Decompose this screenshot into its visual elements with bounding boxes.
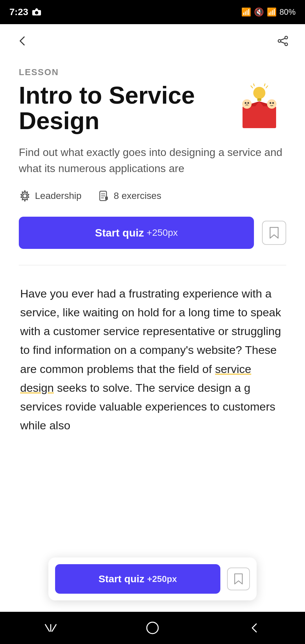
volume-icon: 🔇 xyxy=(254,7,264,17)
nav-back-icon xyxy=(249,621,260,635)
exercises-icon xyxy=(98,190,110,202)
category-item: Leadership xyxy=(19,190,82,202)
lesson-description: Find out what exactly goes into designin… xyxy=(19,144,286,176)
nav-back-button[interactable] xyxy=(241,614,268,641)
svg-marker-2 xyxy=(35,8,38,10)
lesson-illustration xyxy=(232,79,286,133)
share-icon xyxy=(277,35,289,47)
svg-line-18 xyxy=(254,84,254,86)
status-bar: 7:23 📶 🔇 📶 80% xyxy=(0,0,305,24)
lesson-meta: Leadership 8 exercises xyxy=(19,190,286,202)
share-button[interactable] xyxy=(274,32,292,50)
quiz-row: Start quiz +250px xyxy=(19,217,286,249)
exercises-label: 8 exercises xyxy=(114,191,162,201)
home-circle-icon xyxy=(146,621,159,635)
svg-point-9 xyxy=(253,87,265,99)
svg-point-1 xyxy=(35,11,38,14)
floating-bookmark-icon xyxy=(233,573,244,585)
wifi-icon: 📶 xyxy=(267,7,277,17)
start-quiz-label: Start quiz xyxy=(95,227,144,239)
floating-reward: +250px xyxy=(147,574,177,584)
floating-quiz-container: Start quiz +250px xyxy=(48,557,257,600)
lesson-label: LESSON xyxy=(19,67,286,77)
svg-line-20 xyxy=(264,84,265,86)
svg-point-14 xyxy=(267,99,276,109)
section-divider xyxy=(19,265,286,265)
floating-start-quiz-button[interactable]: Start quiz +250px xyxy=(55,564,220,594)
svg-point-16 xyxy=(272,102,274,104)
status-time: 7:23 xyxy=(9,7,42,17)
bluetooth-icon: 📶 xyxy=(241,7,251,17)
article-text: Have you ever had a frustrating experien… xyxy=(19,284,286,435)
svg-point-12 xyxy=(245,102,247,104)
menu-icon xyxy=(44,623,57,633)
category-label: Leadership xyxy=(35,191,82,201)
svg-point-21 xyxy=(23,194,27,198)
lesson-header: Intro to Service Design xyxy=(19,83,286,133)
svg-point-3 xyxy=(285,36,288,39)
time-display: 7:23 xyxy=(9,7,28,17)
svg-point-4 xyxy=(278,40,281,42)
svg-point-30 xyxy=(147,622,158,634)
svg-line-7 xyxy=(281,42,285,44)
bookmark-button[interactable] xyxy=(262,221,286,245)
bookmark-icon xyxy=(268,226,280,239)
svg-line-6 xyxy=(281,39,285,40)
back-button[interactable] xyxy=(13,32,31,50)
lesson-content: LESSON Intro to Service Design xyxy=(0,58,305,435)
floating-quiz-label: Start quiz xyxy=(98,573,144,585)
start-quiz-button[interactable]: Start quiz +250px xyxy=(19,217,254,249)
status-icons: 📶 🔇 📶 80% xyxy=(241,7,296,17)
lesson-title: Intro to Service Design xyxy=(19,83,232,133)
svg-point-13 xyxy=(248,102,249,104)
svg-line-29 xyxy=(52,625,56,631)
battery-display: 80% xyxy=(279,7,296,17)
floating-bookmark-button[interactable] xyxy=(227,568,250,590)
svg-line-19 xyxy=(266,86,268,88)
back-arrow-icon xyxy=(16,35,28,47)
svg-point-11 xyxy=(242,99,252,109)
svg-rect-10 xyxy=(257,98,261,101)
bottom-nav xyxy=(0,612,305,644)
svg-point-5 xyxy=(285,43,288,46)
service-design-icon xyxy=(234,81,285,131)
gear-icon xyxy=(19,190,31,202)
nav-bar xyxy=(0,24,305,58)
svg-line-27 xyxy=(45,625,49,631)
svg-line-17 xyxy=(251,86,253,88)
camera-icon xyxy=(32,8,42,16)
category-icon xyxy=(19,190,31,202)
article-intro: Have you ever had a frustrating experien… xyxy=(20,287,281,375)
quiz-reward: +250px xyxy=(147,227,178,238)
nav-menu-button[interactable] xyxy=(37,614,64,641)
svg-rect-26 xyxy=(105,197,108,200)
svg-point-15 xyxy=(270,102,271,104)
article-mid1: seeks to solve. The service design a xyxy=(54,381,241,394)
nav-home-button[interactable] xyxy=(139,614,166,641)
exercises-item: 8 exercises xyxy=(98,190,162,202)
exercises-icon xyxy=(98,190,110,202)
